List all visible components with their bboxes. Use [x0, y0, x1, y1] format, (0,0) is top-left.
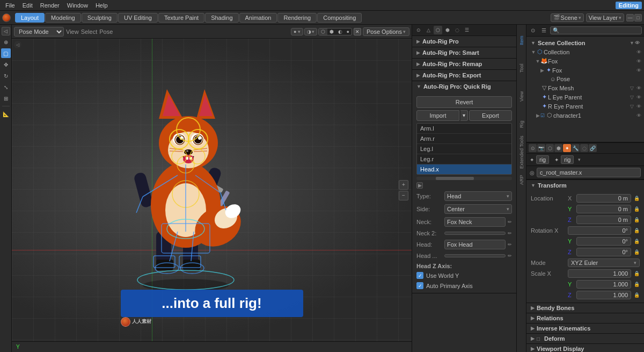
- tree-node-collection[interactable]: ▼ ⬡ Collection 👁: [526, 47, 644, 56]
- sc-filter-icon[interactable]: ▼: [630, 40, 634, 46]
- bone-list-scrollbar[interactable]: [416, 177, 512, 180]
- prop-icon-7[interactable]: ◌: [580, 144, 588, 152]
- vtab-item[interactable]: Item: [517, 27, 526, 54]
- rotate-tool[interactable]: ↻: [1, 71, 11, 81]
- tab-modeling[interactable]: Modeling: [45, 13, 81, 23]
- sc-eye-icon[interactable]: 👁: [635, 40, 640, 46]
- char1-eye-icon[interactable]: 👁: [635, 112, 642, 119]
- viewport-mode-select[interactable]: Pose Mode Object Mode Edit Mode: [14, 27, 64, 37]
- scale-x-field[interactable]: 1.000: [568, 269, 631, 278]
- panel-icon-6[interactable]: ☰: [463, 26, 471, 34]
- pose-options-btn[interactable]: Pose Options ▾: [363, 27, 409, 36]
- mesh-icon-1[interactable]: ▽: [628, 85, 635, 91]
- r-eye-restrict-icon[interactable]: ▽: [628, 103, 635, 110]
- panel-icon-4[interactable]: ⬢: [443, 26, 452, 34]
- head-value-field[interactable]: Fox Head: [444, 240, 506, 249]
- maximize-btn[interactable]: □: [634, 14, 642, 21]
- toggle-armature[interactable]: ▶: [539, 68, 545, 73]
- prop-icon-1[interactable]: ⊙: [529, 144, 537, 152]
- outliner-header-icon-1[interactable]: ⊙: [529, 26, 537, 35]
- cursor-tool[interactable]: ⊕: [1, 37, 11, 47]
- tab-rendering[interactable]: Rendering: [277, 13, 317, 23]
- tree-node-pose[interactable]: ☺ Pose: [526, 75, 644, 83]
- outliner-header-icon-2[interactable]: ☰: [539, 26, 548, 35]
- loc-z-lock[interactable]: 🔒: [633, 217, 640, 222]
- rig-label-2[interactable]: rig: [561, 155, 574, 164]
- viewport-display-btn[interactable]: ● ▾: [291, 28, 303, 35]
- import-button[interactable]: Import: [416, 110, 459, 121]
- vtab-tool[interactable]: Tool: [517, 55, 526, 82]
- neck2-edit-icon[interactable]: ✏: [508, 231, 512, 236]
- zoom-out-btn[interactable]: −: [399, 191, 408, 200]
- viewport-close-btn[interactable]: ✕: [354, 28, 361, 35]
- arp-section-1-header[interactable]: ▶ Auto-Rig Pro: [412, 36, 516, 47]
- l-eye-eye-icon[interactable]: 👁: [635, 94, 642, 100]
- bone-item-leg-l[interactable]: Leg.l: [417, 144, 511, 154]
- side-value-dropdown[interactable]: Center ▾: [444, 204, 512, 214]
- tab-compositing[interactable]: Compositing: [317, 13, 362, 23]
- loc-y-lock[interactable]: 🔒: [633, 206, 640, 212]
- tree-node-l-eye[interactable]: ✦ L Eye Parent ▽ 👁: [526, 92, 644, 102]
- panel-icon-2[interactable]: △: [424, 26, 433, 34]
- scale-tool[interactable]: ⤡: [1, 82, 11, 92]
- bone-item-arm-l[interactable]: Arm.l: [417, 124, 511, 134]
- toggle-collection[interactable]: ▼: [531, 49, 536, 55]
- loc-x-lock[interactable]: 🔒: [633, 196, 640, 201]
- menu-help[interactable]: Help: [92, 2, 111, 9]
- auto-primary-axis-checkbox[interactable]: ✓: [416, 282, 423, 289]
- ik-header[interactable]: ▶ Inverse Kinematics: [526, 324, 644, 333]
- bendy-bones-header[interactable]: ▶ Bendy Bones: [526, 303, 644, 313]
- armature-eye-icon[interactable]: 👁: [635, 67, 642, 74]
- rot-y-field[interactable]: 0°: [576, 237, 631, 246]
- bone-list-expand-btn[interactable]: ▶: [416, 182, 423, 189]
- scale-y-lock[interactable]: 🔒: [633, 282, 640, 287]
- prop-icon-6[interactable]: 🔧: [572, 144, 580, 152]
- arp-section-5-header[interactable]: ▼ Auto-Rig Pro: Quick Rig: [412, 81, 516, 92]
- select-tool[interactable]: ▢: [1, 48, 11, 58]
- revert-button[interactable]: Revert: [416, 96, 512, 108]
- loc-z-field[interactable]: 0 m: [576, 215, 631, 224]
- menu-file[interactable]: File: [2, 2, 18, 9]
- neck-edit-icon[interactable]: ✏: [508, 219, 512, 225]
- vtab-rig[interactable]: Rig: [517, 111, 526, 138]
- transform-tool[interactable]: ⊞: [1, 94, 11, 103]
- panel-icon-1[interactable]: ⊙: [414, 26, 423, 34]
- panel-icon-5[interactable]: ◌: [453, 26, 462, 34]
- panel-icon-3[interactable]: ⬡: [434, 26, 442, 34]
- head-extra-value-field[interactable]: [444, 254, 506, 257]
- pose-menu-btn[interactable]: Pose: [99, 28, 113, 35]
- head-edit-icon[interactable]: ✏: [508, 242, 512, 247]
- arp-section-2-header[interactable]: ▶ Auto-Rig Pro: Smart: [412, 47, 516, 58]
- collapse-left-btn[interactable]: ◁: [2, 27, 10, 35]
- bone-item-head-x[interactable]: Head.x: [417, 164, 511, 174]
- deform-header[interactable]: ▶ □ Deform: [526, 334, 644, 343]
- scale-y-field[interactable]: 1.000: [576, 280, 631, 289]
- bone-item-arm-r[interactable]: Arm.r: [417, 134, 511, 144]
- tree-node-fox-mesh[interactable]: ▽ Fox Mesh ▽ 👁: [526, 83, 644, 92]
- l-eye-restrict-icon[interactable]: ▽: [628, 94, 635, 100]
- toggle-char1[interactable]: ▶: [535, 113, 540, 118]
- tree-node-character1[interactable]: ▶ ☑ ⬡ character1 👁: [526, 111, 644, 120]
- solid-mode-btn[interactable]: ⬢: [327, 28, 336, 35]
- tab-shading[interactable]: Shading: [205, 13, 238, 23]
- viewport-canvas[interactable]: ...into a full rig! 人人素材 + − ◁: [12, 39, 412, 341]
- transform-header[interactable]: ▼ Transform: [526, 180, 644, 191]
- scale-z-lock[interactable]: 🔒: [633, 292, 640, 298]
- menu-render[interactable]: Render: [37, 2, 63, 9]
- arp-section-4-header[interactable]: ▶ Auto-Rig Pro: Export: [412, 70, 516, 81]
- use-world-y-checkbox[interactable]: ✓: [416, 272, 423, 279]
- type-value-dropdown[interactable]: Head ▾: [444, 191, 512, 201]
- prop-icon-3[interactable]: ⬡: [546, 144, 554, 152]
- head-extra-edit-icon[interactable]: ✏: [508, 253, 512, 258]
- tab-layout[interactable]: Layout: [15, 13, 45, 23]
- scale-z-field[interactable]: 1.000: [576, 291, 631, 299]
- tree-node-r-eye[interactable]: ✦ R Eye Parent ▽ 👁: [526, 102, 644, 111]
- rot-x-lock[interactable]: 🔒: [633, 228, 640, 233]
- minimize-btn[interactable]: —: [626, 14, 634, 21]
- material-mode-btn[interactable]: ◐: [336, 28, 345, 35]
- tab-uv-editing[interactable]: UV Editing: [118, 13, 158, 23]
- tab-animation[interactable]: Animation: [239, 13, 277, 23]
- viewport-shading-btn[interactable]: ◑ ▾: [304, 28, 317, 35]
- tab-sculpting[interactable]: Sculpting: [82, 13, 118, 23]
- bone-item-leg-r[interactable]: Leg.r: [417, 154, 511, 164]
